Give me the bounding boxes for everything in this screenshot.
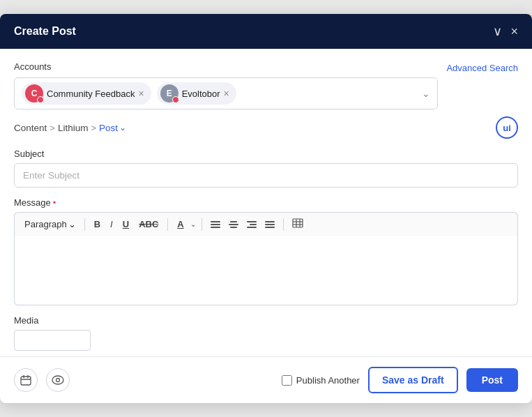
underline-button[interactable]: U (119, 218, 132, 231)
svg-rect-5 (21, 377, 31, 385)
account-tag-evoltobor: E Evoltobor × (157, 82, 236, 105)
account-avatar-community: C (25, 84, 43, 103)
account-name-community: Community Feedback (47, 89, 135, 99)
account-avatar-evoltobor: E (160, 84, 178, 103)
table-icon[interactable] (289, 217, 306, 232)
paragraph-select[interactable]: Paragraph ⌄ (22, 218, 79, 231)
align-right-icon[interactable] (244, 220, 259, 229)
align-justify-icon[interactable] (262, 220, 278, 229)
breadcrumb: Content > Lithium > Post ⌄ (14, 123, 126, 133)
advanced-search-link[interactable]: Advanced Search (446, 61, 518, 73)
toolbar-divider-2 (167, 218, 168, 231)
media-label: Media (14, 315, 518, 326)
modal-body: Accounts C Community Feedback × (0, 49, 532, 351)
remove-evoltobor-tag[interactable]: × (224, 89, 229, 98)
media-section: Media (14, 315, 518, 351)
minimize-icon[interactable]: ∨ (493, 24, 502, 39)
post-button[interactable]: Post (466, 368, 518, 392)
bc-content: Content (14, 123, 47, 133)
toolbar-divider-3 (202, 218, 202, 231)
modal-title: Create Post (14, 25, 76, 38)
modal-header-icons: ∨ × (493, 24, 518, 39)
create-post-modal: Create Post ∨ × Accounts C Community Fee… (0, 14, 532, 403)
error-dot (37, 96, 44, 103)
account-name-evoltobor: Evoltobor (182, 89, 220, 99)
modal-header: Create Post ∨ × (0, 14, 532, 49)
accounts-row: Accounts C Community Feedback × (14, 61, 518, 109)
subject-input[interactable] (14, 163, 518, 188)
align-left-icon[interactable] (208, 220, 223, 229)
footer-left-actions (14, 368, 70, 392)
strikethrough-button[interactable]: ABC (135, 218, 162, 231)
svg-point-10 (56, 379, 60, 382)
align-center-icon[interactable] (226, 220, 241, 229)
editor-toolbar: Paragraph ⌄ B I U ABC A ⌄ (14, 212, 518, 236)
ui-badge: ui (496, 116, 518, 139)
media-upload-area[interactable] (14, 330, 91, 351)
paragraph-chevron: ⌄ (68, 219, 76, 229)
close-icon[interactable]: × (510, 24, 518, 39)
editor-body[interactable] (14, 236, 518, 305)
publish-another-label[interactable]: Publish Another (282, 375, 360, 386)
bc-post-chevron: ⌄ (119, 123, 126, 132)
publish-another-checkbox[interactable] (282, 375, 292, 386)
bc-sep-1: > (50, 123, 55, 133)
accounts-tags-area[interactable]: C Community Feedback × E Evoltobor × (14, 77, 438, 109)
accounts-dropdown-chevron[interactable]: ⌄ (422, 88, 430, 99)
bc-lithium: Lithium (58, 123, 89, 133)
bc-post-label: Post (99, 123, 118, 133)
toolbar-divider-4 (283, 218, 284, 231)
underline-a-button[interactable]: A (174, 218, 187, 231)
remove-community-tag[interactable]: × (138, 89, 144, 98)
modal-footer: Publish Another Save as Draft Post (0, 356, 532, 403)
footer-right-actions: Publish Another Save as Draft Post (282, 367, 518, 393)
svg-point-9 (52, 376, 63, 384)
account-tag-community: C Community Feedback × (22, 82, 151, 105)
required-indicator: • (53, 197, 56, 208)
toolbar-divider-1 (84, 218, 85, 231)
bc-post-link[interactable]: Post ⌄ (99, 123, 126, 133)
save-draft-button[interactable]: Save as Draft (368, 367, 458, 393)
accounts-label: Accounts (14, 61, 442, 72)
color-dropdown-icon[interactable]: ⌄ (190, 220, 196, 228)
calendar-button[interactable] (14, 368, 38, 392)
message-label: Message• (14, 197, 518, 208)
subject-label: Subject (14, 149, 518, 159)
preview-button[interactable] (46, 368, 70, 392)
bc-sep-2: > (91, 123, 96, 133)
breadcrumb-row: Content > Lithium > Post ⌄ ui (14, 116, 518, 139)
message-section: Message• Paragraph ⌄ B I U ABC A ⌄ (14, 197, 518, 305)
bold-button[interactable]: B (91, 218, 104, 231)
error-dot-2 (172, 96, 179, 103)
svg-rect-0 (293, 219, 303, 227)
italic-button[interactable]: I (107, 218, 116, 231)
